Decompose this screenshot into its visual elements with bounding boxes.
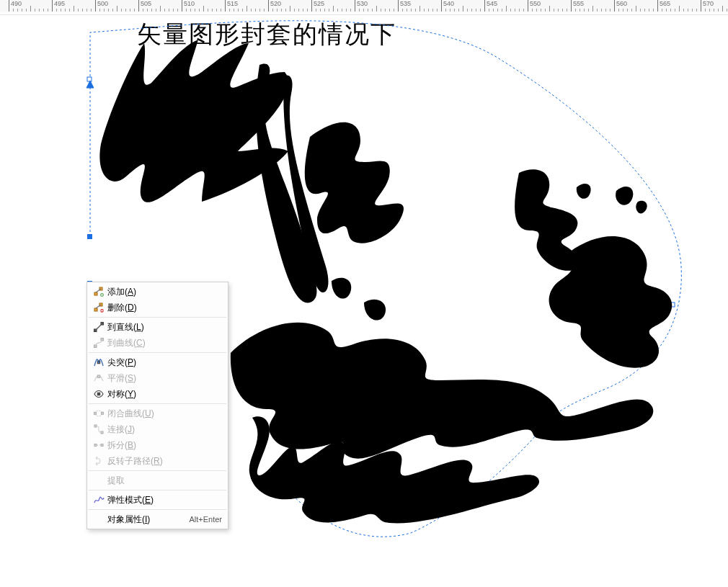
ruler-label: 525 bbox=[314, 0, 324, 7]
menu-item[interactable]: 弹性模式(E) bbox=[87, 492, 228, 508]
menu-item: 提取 bbox=[87, 472, 228, 488]
menu-item[interactable]: 添加(A) bbox=[87, 284, 228, 300]
menu-item-label: 反转子路径(R) bbox=[107, 455, 222, 467]
svg-rect-11 bbox=[97, 375, 99, 377]
menu-item-label: 闭合曲线(U) bbox=[107, 408, 222, 420]
join-icon bbox=[90, 423, 107, 436]
break-icon bbox=[90, 439, 107, 452]
svg-rect-15 bbox=[94, 425, 97, 427]
svg-rect-14 bbox=[102, 412, 104, 414]
node-context-menu: 添加(A)删除(D)到直线(L)到曲线(C)尖突(P)平滑(S)对称(Y)闭合曲… bbox=[86, 282, 228, 529]
ruler-label: 550 bbox=[530, 0, 541, 7]
handle-arrow-icon bbox=[86, 81, 94, 88]
menu-item: 连接(J) bbox=[87, 421, 228, 437]
svg-rect-0 bbox=[94, 292, 97, 295]
envelope-node[interactable] bbox=[87, 77, 92, 81]
ruler-separator bbox=[0, 12, 728, 15]
horizontal-ruler: 4904955005055105155205255305355405455505… bbox=[0, 0, 728, 12]
ruler-label: 560 bbox=[616, 0, 627, 7]
menu-separator bbox=[89, 509, 226, 510]
smooth-icon bbox=[90, 372, 107, 385]
ruler-label: 565 bbox=[660, 0, 670, 7]
envelope-node[interactable] bbox=[87, 234, 92, 239]
canvas-title-text: 矢量图形封套的情况下 bbox=[137, 18, 396, 51]
menu-item[interactable]: 尖突(P) bbox=[87, 354, 228, 370]
svg-rect-13 bbox=[94, 412, 97, 414]
elastic-mode-icon bbox=[90, 493, 107, 506]
menu-item-label: 弹性模式(E) bbox=[107, 494, 222, 506]
ruler-label: 545 bbox=[487, 0, 497, 7]
menu-item: 闭合曲线(U) bbox=[87, 405, 228, 421]
svg-rect-17 bbox=[94, 444, 97, 447]
to-curve-icon bbox=[90, 336, 107, 349]
menu-item[interactable]: 对象属性(I)Alt+Enter bbox=[87, 511, 228, 527]
menu-icon-empty bbox=[90, 474, 107, 487]
svg-rect-10 bbox=[97, 361, 99, 363]
ruler-label: 510 bbox=[184, 0, 195, 7]
ruler-label: 500 bbox=[97, 0, 108, 7]
ruler-label: 555 bbox=[573, 0, 584, 7]
menu-item-label: 尖突(P) bbox=[107, 357, 222, 369]
menu-item-label: 拆分(B) bbox=[107, 439, 222, 452]
ruler-label: 535 bbox=[400, 0, 411, 7]
symmetrical-icon bbox=[90, 387, 107, 400]
menu-item: 到曲线(C) bbox=[87, 335, 228, 351]
menu-item-label: 对象属性(I) bbox=[107, 514, 182, 526]
menu-icon-empty bbox=[90, 513, 107, 526]
envelope-node[interactable] bbox=[670, 303, 675, 307]
to-line-icon bbox=[90, 321, 107, 333]
menu-item: 反转子路径(R) bbox=[87, 453, 228, 469]
svg-rect-3 bbox=[94, 308, 97, 311]
ruler-label: 530 bbox=[357, 0, 368, 7]
reverse-subpath-icon bbox=[90, 454, 107, 467]
menu-item[interactable]: 对称(Y) bbox=[87, 386, 228, 402]
menu-item: 平滑(S) bbox=[87, 370, 228, 386]
menu-separator bbox=[89, 317, 226, 318]
ruler-label: 490 bbox=[11, 0, 22, 7]
menu-item-label: 到直线(L) bbox=[107, 321, 222, 333]
ruler-label: 505 bbox=[141, 0, 151, 7]
menu-item-label: 平滑(S) bbox=[107, 372, 222, 385]
ruler-label: 495 bbox=[54, 0, 65, 7]
menu-separator bbox=[89, 490, 226, 490]
menu-separator bbox=[89, 352, 226, 353]
add-node-icon bbox=[90, 285, 107, 298]
menu-separator bbox=[89, 470, 226, 471]
menu-item-label: 添加(A) bbox=[107, 286, 222, 298]
menu-item-label: 对称(Y) bbox=[107, 388, 222, 400]
menu-item-label: 提取 bbox=[107, 475, 222, 487]
ruler-label: 570 bbox=[703, 0, 714, 7]
svg-rect-18 bbox=[101, 444, 103, 447]
svg-rect-12 bbox=[97, 393, 99, 395]
menu-item-label: 到曲线(C) bbox=[107, 337, 222, 349]
ruler-label: 540 bbox=[443, 0, 454, 7]
close-curve-icon bbox=[90, 407, 107, 420]
envelope-node[interactable] bbox=[539, 418, 543, 422]
menu-item[interactable]: 到直线(L) bbox=[87, 319, 228, 335]
menu-item-label: 删除(D) bbox=[107, 302, 222, 314]
cusp-icon bbox=[90, 356, 107, 369]
menu-item-label: 连接(J) bbox=[107, 424, 222, 436]
menu-item-shortcut: Alt+Enter bbox=[182, 515, 222, 524]
ruler-label: 515 bbox=[227, 0, 238, 7]
menu-separator bbox=[89, 403, 226, 404]
menu-item: 拆分(B) bbox=[87, 437, 228, 453]
menu-item[interactable]: 删除(D) bbox=[87, 300, 228, 315]
delete-node-icon bbox=[90, 301, 107, 314]
ruler-label: 520 bbox=[270, 0, 281, 7]
